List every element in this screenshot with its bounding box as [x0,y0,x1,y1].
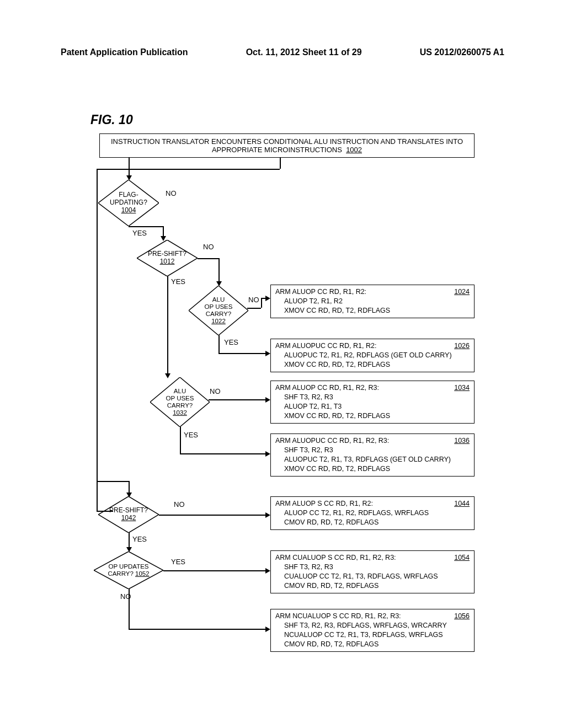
ref-1026: 1026 [454,341,470,351]
result-1036: 1036 ARM ALUOPUC CC RD, R1, R2, R3: SHF … [270,433,475,477]
page-header: Patent Application Publication Oct. 11, … [0,47,565,57]
d1022-l1: ALU [212,296,225,303]
result-1054: 1054 ARM CUALUOP S CC RD, R1, R2, R3: SH… [270,550,475,593]
r1024-l1: ALUOP T2, R1, R2 [275,297,470,306]
d1004-ref: 1004 [121,207,136,215]
arrow-right-icon [265,397,270,403]
r1054-l3: CMOV RD, RD, T2, RDFLAGS [275,581,470,591]
decision-alu-carry-1022: ALU OP USES CARRY? 1022 [189,286,248,335]
connector [129,533,130,548]
yes-label: YES [132,229,147,237]
r1056-l1: SHF T3, R2, R3, RDFLAGS, WRFLAGS, WRCARR… [275,621,470,630]
d1012-ref: 1012 [160,258,175,266]
r1024-l2: XMOV CC RD, RD, T2, RDFLAGS [275,306,470,315]
result-1056: 1056 ARM NCUALUOP S CC RD, R1, R2, R3: S… [270,609,475,652]
connector [97,169,98,511]
connector [129,629,266,630]
r1026-l2: XMOV CC RD, RD, T2, RDFLAGS [275,360,470,370]
ref-1056: 1056 [454,612,470,621]
ref-1034: 1034 [454,383,470,393]
r1034-l3: XMOV CC RD, RD, T2, RDFLAGS [275,411,470,421]
r1056-title: ARM NCUALUOP S CC RD, R1, R2, R3: [275,612,470,621]
r1036-l3: XMOV CC RD, RD, T2, RDFLAGS [275,464,470,474]
d1032-l3: CARRY? [167,402,193,409]
r1026-title: ARM ALUOPUC CC RD, R1, R2: [275,341,470,351]
connector [97,481,129,482]
connector [159,515,266,516]
connector [261,298,262,308]
connector [129,158,130,176]
connector [180,453,266,454]
arrow-right-icon [265,351,270,356]
ref-1024: 1024 [454,287,470,297]
arrow-right-icon [265,627,270,632]
connector [163,226,164,237]
ref-1044: 1044 [454,499,470,508]
arrow-right-icon [265,451,270,457]
d1032-l2: OP USES [166,395,194,402]
ref-1054: 1054 [454,553,470,563]
yes-label: YES [132,535,147,543]
start-box: INSTRUCTION TRANSLATOR ENCOUNTERS CONDIT… [99,133,475,158]
r1044-l2: CMOV RD, RD, T2, RDFLAGS [275,518,470,527]
connector [209,399,266,400]
decision-flag-updating: FLAG- UPDATING? 1004 [98,180,159,226]
connector [198,258,218,259]
no-label: NO [248,296,259,304]
connector [280,158,281,169]
d1052-l2: CARRY? [108,570,133,577]
arrow-right-icon [265,568,270,574]
start-ref: 1002 [346,146,362,154]
yes-label: YES [224,338,238,346]
d1032-ref: 1032 [173,409,187,416]
r1054-title: ARM CUALUOP S CC RD, R1, R2, R3: [275,553,470,563]
d1022-ref: 1022 [211,318,226,325]
connector [218,353,266,354]
d1022-l2: OP USES [205,303,233,311]
yes-label: YES [171,277,185,286]
arrow-right-icon [265,512,270,518]
yes-label: YES [184,431,198,439]
decision-op-updates-carry: OP UPDATES CARRY? 1052 [94,552,163,589]
connector [163,570,266,571]
r1034-title: ARM ALUOP CC RD, R1, R2, R3: [275,383,470,393]
result-1024: 1024 ARM ALUOP CC RD, R1, R2: ALUOP T2, … [270,285,475,318]
connector [129,589,130,629]
r1026-l1: ALUOPUC T2, R1, R2, RDFLAGS (GET OLD CAR… [275,351,470,360]
r1036-l2: ALUOPUC T2, R1, T3, RDFLAGS (GET OLD CAR… [275,455,470,464]
r1034-l2: ALUOP T2, R1, T3 [275,402,470,411]
decision-pre-shift-1042: PRE-SHIFT? 1042 [98,496,159,533]
start-text: INSTRUCTION TRANSLATOR ENCOUNTERS CONDIT… [111,137,463,154]
d1042-l1: PRE-SHIFT? [109,507,148,515]
d1004-l2: UPDATING? [110,199,147,207]
r1054-l2: CUALUOP CC T2, R1, T3, RDFLAGS, WRFLAGS [275,572,470,581]
no-label: NO [210,387,221,395]
connector [180,427,181,453]
result-1026: 1026 ARM ALUOPUC CC RD, R1, R2: ALUOPUC … [270,339,475,372]
result-1044: 1044 ARM ALUOP S CC RD, R1, R2: ALUOP CC… [270,496,475,530]
r1054-l1: SHF T3, R2, R3 [275,563,470,572]
r1024-title: ARM ALUOP CC RD, R1, R2: [275,287,470,297]
d1052-l1: OP UPDATES [108,563,148,570]
connector [218,258,220,283]
connector [167,276,168,374]
yes-label: YES [171,558,185,566]
d1022-l3: CARRY? [206,311,231,318]
r1056-l2: NCUALUOP CC T2, R1, T3, RDFLAGS, WRFLAGS [275,630,470,640]
r1034-l1: SHF T3, R2, R3 [275,393,470,402]
connector [129,481,130,496]
decision-pre-shift-1012: PRE-SHIFT? 1012 [137,240,198,276]
no-label: NO [120,592,131,601]
connector [129,226,163,227]
d1032-l1: ALU [174,388,186,395]
header-center: Oct. 11, 2012 Sheet 11 of 29 [188,47,420,57]
r1036-l1: SHF T3, R2, R3 [275,446,470,455]
arrow-right-icon [265,296,270,301]
no-label: NO [174,500,185,508]
r1044-title: ARM ALUOP S CC RD, R1, R2: [275,499,470,508]
figure-label: FIG. 10 [90,113,133,127]
ref-1036: 1036 [454,436,470,446]
d1004-l1: FLAG- [119,191,138,199]
d1052-ref: 1052 [135,570,150,577]
d1012-l1: PRE-SHIFT? [148,250,186,258]
